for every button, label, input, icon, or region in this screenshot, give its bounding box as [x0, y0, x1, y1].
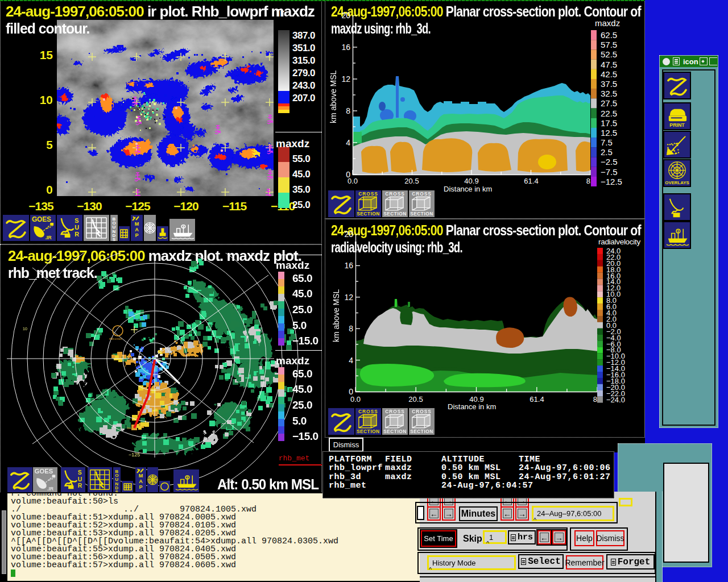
svg-text:M: M [139, 473, 143, 479]
svg-text:.IR: .IR [47, 486, 53, 492]
svg-text:U: U [75, 224, 79, 231]
svg-text:.IR: .IR [45, 235, 52, 240]
svg-text:GOES: GOES [35, 468, 53, 475]
svg-text:S: S [78, 469, 82, 476]
svg-text:A: A [135, 227, 139, 232]
svg-text:S: S [113, 237, 116, 241]
svg-text:10: 10 [23, 327, 27, 331]
svg-text:P: P [139, 484, 142, 490]
svg-text:bo+: bo+ [127, 426, 134, 430]
svg-text:S: S [75, 217, 78, 224]
svg-text:GOES: GOES [32, 215, 51, 223]
svg-text:CROSS: CROSS [358, 409, 378, 414]
svg-text:CROSS: CROSS [385, 409, 404, 414]
svg-text:rhb+met: rhb+met [109, 337, 122, 340]
svg-text:SECTION: SECTION [357, 429, 379, 434]
svg-text:−125: −125 [129, 452, 140, 458]
svg-text:CROSS: CROSS [385, 191, 404, 197]
svg-text:SECTION: SECTION [410, 429, 433, 434]
svg-text:CROSS: CROSS [412, 409, 431, 414]
svg-text:SECTION: SECTION [383, 211, 406, 217]
svg-text:PRINT: PRINT [669, 122, 685, 128]
svg-text:A: A [139, 479, 143, 484]
svg-text:CROSS: CROSS [358, 191, 378, 197]
svg-text:R: R [75, 231, 79, 238]
svg-text:SECTION: SECTION [357, 211, 379, 217]
svg-text:SECTION: SECTION [410, 211, 433, 217]
svg-text:R: R [78, 483, 82, 489]
svg-text:P: P [135, 232, 138, 238]
svg-text:CROSS: CROSS [412, 191, 431, 197]
svg-text:M: M [135, 221, 139, 227]
svg-text:OVERLAYS: OVERLAYS [665, 180, 689, 185]
svg-text:SECTION: SECTION [383, 429, 406, 434]
svg-text:U: U [78, 476, 82, 483]
